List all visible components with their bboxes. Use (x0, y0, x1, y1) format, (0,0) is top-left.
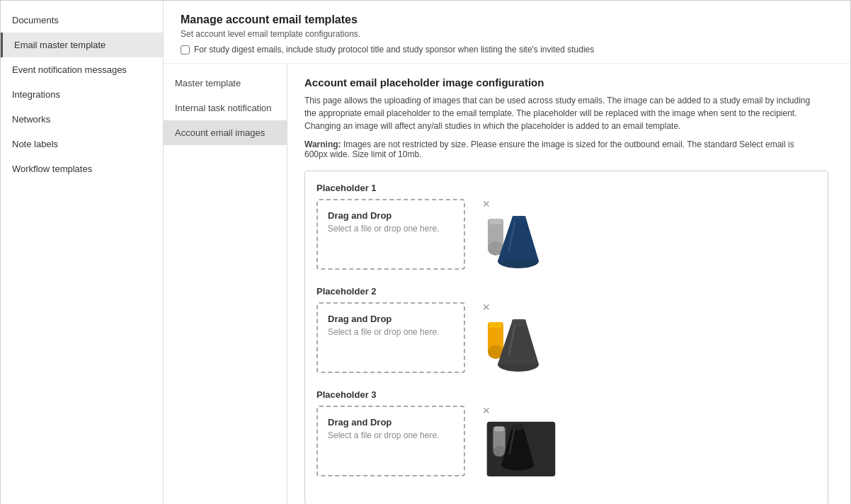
flask-image-2 (482, 315, 560, 375)
warning-text: Images are not restricted by size. Pleas… (304, 139, 794, 159)
sidebar: Documents Email master template Event no… (1, 1, 164, 504)
sidebar-item-networks[interactable]: Networks (1, 107, 163, 132)
placeholder-2-row: Drag and Drop Select a file or drop one … (316, 302, 816, 375)
content-area: Master template Internal task notificati… (164, 64, 850, 504)
placeholder-image-area-1: ✕ (482, 199, 560, 272)
placeholder-section-2: Placeholder 2 Drag and Drop Select a fil… (316, 286, 816, 375)
digest-label: For study digest emails, include study p… (194, 45, 594, 55)
panel-description: This page allows the uploading of images… (304, 94, 814, 132)
digest-checkbox[interactable] (181, 45, 190, 55)
panel-warning: Warning: Images are not restricted by si… (304, 139, 814, 159)
svg-marker-6 (498, 219, 539, 261)
placeholder-image-area-3: ✕ (482, 406, 560, 479)
right-panel: Account email placeholder image configur… (287, 64, 850, 504)
svg-point-19 (493, 446, 505, 457)
close-icon-3[interactable]: ✕ (482, 406, 491, 416)
dnd-title-3: Drag and Drop (328, 417, 454, 428)
tab-internal-task[interactable]: Internal task notification (164, 96, 287, 120)
dnd-title-2: Drag and Drop (328, 314, 454, 324)
placeholder-3-label: Placeholder 3 (316, 389, 816, 400)
flask-image-3 (482, 418, 560, 479)
svg-point-22 (501, 459, 534, 470)
placeholders-container: Placeholder 1 Drag and Drop Select a fil… (304, 171, 828, 504)
close-icon-1[interactable]: ✕ (482, 199, 491, 209)
drop-zone-1[interactable]: Drag and Drop Select a file or drop one … (316, 199, 465, 270)
page-header: Manage account email templates Set accou… (164, 1, 850, 64)
tabs-panel: Master template Internal task notificati… (164, 64, 287, 504)
dnd-subtitle-1: Select a file or drop one here. (328, 224, 454, 234)
dnd-title-1: Drag and Drop (328, 210, 454, 221)
page-title: Manage account email templates (181, 13, 833, 26)
dnd-subtitle-3: Select a file or drop one here. (328, 430, 454, 440)
placeholder-section-3: Placeholder 3 Drag and Drop Select a fil… (316, 389, 816, 479)
warning-prefix: Warning: (304, 139, 341, 149)
digest-checkbox-row: For study digest emails, include study p… (181, 45, 833, 55)
dnd-subtitle-2: Select a file or drop one here. (328, 327, 454, 337)
sidebar-item-email-master[interactable]: Email master template (1, 33, 163, 57)
sidebar-item-integrations[interactable]: Integrations (1, 82, 163, 107)
drop-zone-2[interactable]: Drag and Drop Select a file or drop one … (316, 302, 465, 373)
svg-marker-14 (498, 322, 539, 365)
main-content: Manage account email templates Set accou… (164, 1, 850, 504)
svg-rect-1 (489, 219, 502, 224)
placeholder-2-label: Placeholder 2 (316, 286, 816, 297)
placeholder-image-area-2: ✕ (482, 302, 560, 375)
page-subtitle: Set account level email template configu… (181, 29, 833, 39)
tab-master-template[interactable]: Master template (164, 71, 287, 96)
svg-rect-18 (494, 427, 504, 432)
svg-rect-9 (489, 322, 502, 328)
flask-image-1 (482, 212, 560, 272)
drop-zone-3[interactable]: Drag and Drop Select a file or drop one … (316, 406, 465, 476)
tab-account-email-images[interactable]: Account email images (164, 120, 287, 145)
placeholder-1-label: Placeholder 1 (316, 183, 816, 193)
app-container: Documents Email master template Event no… (0, 0, 851, 504)
sidebar-item-documents[interactable]: Documents (1, 8, 163, 33)
placeholder-3-row: Drag and Drop Select a file or drop one … (316, 406, 816, 479)
placeholder-1-row: Drag and Drop Select a file or drop one … (316, 199, 816, 272)
sidebar-item-note-labels[interactable]: Note labels (1, 132, 163, 156)
placeholder-section-1: Placeholder 1 Drag and Drop Select a fil… (316, 183, 816, 272)
close-icon-2[interactable]: ✕ (482, 302, 491, 312)
sidebar-item-workflow-templates[interactable]: Workflow templates (1, 156, 163, 181)
sidebar-item-event-notification[interactable]: Event notification messages (1, 57, 163, 82)
panel-title: Account email placeholder image configur… (304, 76, 833, 88)
